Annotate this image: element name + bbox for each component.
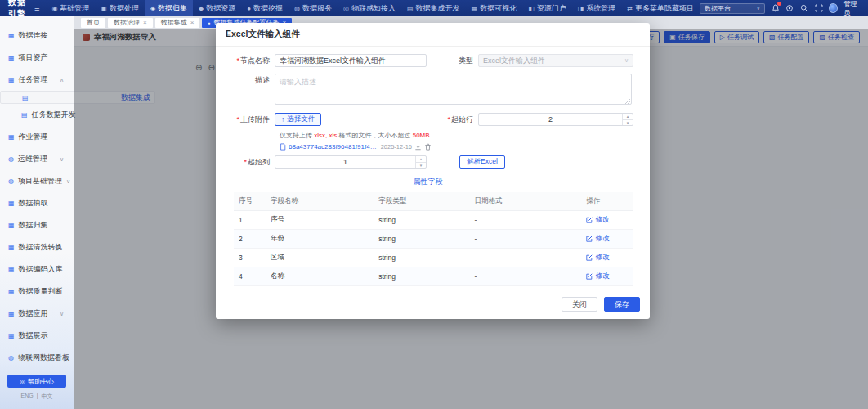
table-row: 1 序号 string - 修改 bbox=[234, 211, 633, 230]
save-button[interactable]: 保存 bbox=[604, 297, 640, 312]
menu-icon: ◍ bbox=[8, 155, 14, 163]
nav-item-system-mgmt[interactable]: ◨系统管理 bbox=[572, 0, 622, 16]
hint-size: 50MB bbox=[413, 132, 430, 139]
sidebar-item-data-cleaning[interactable]: ▦数据清洗转换 bbox=[0, 236, 74, 258]
lang-eng[interactable]: ENG bbox=[21, 393, 34, 401]
trash-icon[interactable] bbox=[424, 143, 432, 151]
nav-item-data-resource[interactable]: ◆数据资源 bbox=[193, 0, 241, 16]
theme-icon[interactable] bbox=[785, 3, 794, 13]
col-header-action: 操作 bbox=[581, 192, 633, 211]
node-name-input[interactable] bbox=[275, 54, 427, 67]
required-mark: * bbox=[244, 158, 247, 166]
download-icon[interactable] bbox=[414, 143, 422, 151]
type-label: 类型 bbox=[437, 54, 478, 67]
required-mark: * bbox=[236, 115, 239, 124]
uploaded-file-row: 68a43774ac283f96481f91f4.xls 2025-12-16 bbox=[280, 143, 432, 151]
nav-item-integration-dev[interactable]: ▤数据集成开发 bbox=[401, 0, 466, 16]
nav-item-base-mgmt[interactable]: ◉基础管理 bbox=[46, 0, 95, 16]
sidebar-item-data-extraction[interactable]: ▦数据抽取 bbox=[0, 192, 74, 214]
sidebar-item-task-mgmt[interactable]: ▦任务管理∧ bbox=[0, 69, 74, 91]
app-frame: 数据引擎 ≡ ◉基础管理 ▣数据处理 ◈数据归集 ◆数据资源 ●数据挖掘 ◍数据… bbox=[0, 0, 868, 409]
chevron-down-icon: ∨ bbox=[60, 311, 70, 317]
file-date: 2025-12-16 bbox=[381, 143, 412, 151]
sidebar-item-project-base-mgmt[interactable]: ◍项目基础管理∨ bbox=[0, 170, 74, 192]
notification-bell-icon[interactable] bbox=[771, 3, 780, 13]
start-col-input[interactable] bbox=[275, 156, 415, 168]
active-dot-icon: ● bbox=[208, 20, 210, 25]
step-up-icon[interactable]: ▴ bbox=[623, 114, 633, 120]
edit-row-button[interactable]: 修改 bbox=[586, 253, 629, 263]
type-select[interactable]: Excel文件输入组件 ∨ bbox=[478, 54, 633, 67]
col-header-name: 字段名称 bbox=[266, 192, 374, 211]
username: 管理员 bbox=[843, 0, 861, 17]
sidebar-item-data-collection[interactable]: ▦数据归集 bbox=[0, 214, 74, 236]
lang-zh[interactable]: 中文 bbox=[42, 393, 53, 401]
parse-excel-button[interactable]: 解析Excel bbox=[459, 155, 505, 169]
edit-row-button[interactable]: 修改 bbox=[586, 234, 629, 244]
tab-data-integration[interactable]: 数据集成× bbox=[155, 18, 200, 28]
file-link[interactable]: 68a43774ac283f96481f91f4.xls bbox=[289, 143, 377, 151]
chevron-down-icon: ∨ bbox=[60, 156, 70, 163]
close-icon[interactable]: × bbox=[143, 19, 147, 26]
type-group: 类型 Excel文件输入组件 ∨ bbox=[437, 54, 633, 67]
module-icon: ◍ bbox=[294, 5, 300, 12]
menu-icon: ▦ bbox=[8, 244, 15, 251]
start-row-group: *起始行 ▴ ▾ bbox=[437, 113, 633, 126]
chevron-up-icon: ∧ bbox=[60, 77, 70, 83]
sidebar-item-data-connection[interactable]: ▦数据连接 bbox=[0, 25, 74, 47]
nav-item-more-menu[interactable]: ⇄更多菜单隐藏项目 bbox=[621, 0, 700, 16]
nav-item-iot-access[interactable]: ◎物联感知接入 bbox=[338, 0, 401, 16]
sidebar-item-ops-mgmt[interactable]: ◍运维管理∨ bbox=[0, 148, 74, 170]
step-down-icon[interactable]: ▾ bbox=[416, 163, 426, 169]
description-textarea[interactable] bbox=[275, 74, 632, 105]
sidebar-item-data-application[interactable]: ▦数据应用∨ bbox=[0, 303, 74, 325]
menu-icon: ▦ bbox=[8, 266, 15, 273]
description-label: 描述 bbox=[222, 74, 275, 87]
sidebar-item-task-data-dev[interactable]: ▤任务数据开发 bbox=[0, 104, 74, 126]
step-up-icon[interactable]: ▴ bbox=[416, 156, 426, 163]
form-row-name-type: *节点名称 类型 Excel文件输入组件 ∨ bbox=[222, 54, 633, 67]
module-icon: ▦ bbox=[472, 5, 478, 12]
edit-row-button[interactable]: 修改 bbox=[586, 215, 629, 225]
nav-item-data-processing[interactable]: ▣数据处理 bbox=[95, 0, 145, 16]
close-button[interactable]: 关闭 bbox=[562, 297, 597, 312]
sidebar-item-job-mgmt[interactable]: ▦作业管理 bbox=[0, 126, 74, 148]
edit-icon bbox=[586, 254, 593, 261]
stepper-controls: ▴ ▾ bbox=[415, 156, 426, 168]
module-icon: ◨ bbox=[578, 5, 584, 12]
nav-item-resource-portal[interactable]: ◧资源门户 bbox=[522, 0, 572, 16]
tab-data-governance[interactable]: 数据治理× bbox=[108, 18, 153, 28]
sidebar-item-project-assets[interactable]: ▦项目资产 bbox=[0, 47, 74, 69]
upload-label: *上传附件 bbox=[222, 113, 275, 126]
tab-home[interactable]: 首页 bbox=[81, 18, 105, 28]
module-icon: ◧ bbox=[528, 5, 535, 12]
workspace-select[interactable]: 数据平台 ∨ bbox=[700, 3, 765, 14]
close-icon[interactable]: × bbox=[190, 19, 195, 26]
nav-item-data-service[interactable]: ◍数据服务 bbox=[289, 0, 338, 16]
form-row-startcol-parse: *起始列 ▴ ▾ 解析Excel bbox=[222, 155, 633, 169]
sidebar-item-data-encoding[interactable]: ▦数据编码入库 bbox=[0, 258, 74, 281]
menu-icon: ◍ bbox=[8, 178, 14, 185]
sidebar-item-iot-dashboard[interactable]: ◍物联网数据看板 bbox=[0, 347, 74, 369]
avatar[interactable] bbox=[829, 3, 838, 13]
nav-item-data-collection[interactable]: ◈数据归集 bbox=[145, 0, 193, 16]
fullscreen-icon[interactable] bbox=[815, 3, 824, 13]
sidebar-item-data-quality[interactable]: ▦数据质量判断 bbox=[0, 281, 74, 303]
search-icon[interactable] bbox=[800, 3, 809, 13]
menu-icon: ◍ bbox=[8, 354, 14, 362]
module-icon: ◉ bbox=[51, 5, 57, 12]
module-icon: ● bbox=[247, 5, 251, 12]
hamburger-icon[interactable]: ≡ bbox=[28, 3, 46, 13]
nav-item-visualization[interactable]: ▦数据可视化 bbox=[466, 0, 523, 16]
edit-row-button[interactable]: 修改 bbox=[586, 272, 629, 281]
module-icon: ◆ bbox=[199, 5, 204, 12]
module-icon: ▣ bbox=[101, 5, 107, 12]
form-row-upload-startrow: *上传附件 ↑选择文件 *起始行 ▴ ▾ bbox=[222, 113, 633, 126]
step-down-icon[interactable]: ▾ bbox=[623, 120, 633, 126]
nav-item-data-mining[interactable]: ●数据挖掘 bbox=[241, 0, 289, 16]
help-center-button[interactable]: ◎帮助中心 bbox=[7, 375, 66, 388]
start-row-input[interactable] bbox=[479, 114, 622, 125]
hint-formats: xlsx, xls bbox=[314, 132, 337, 139]
sidebar-item-data-display[interactable]: ▦数据展示 bbox=[0, 325, 74, 347]
choose-file-button[interactable]: ↑选择文件 bbox=[275, 113, 321, 126]
